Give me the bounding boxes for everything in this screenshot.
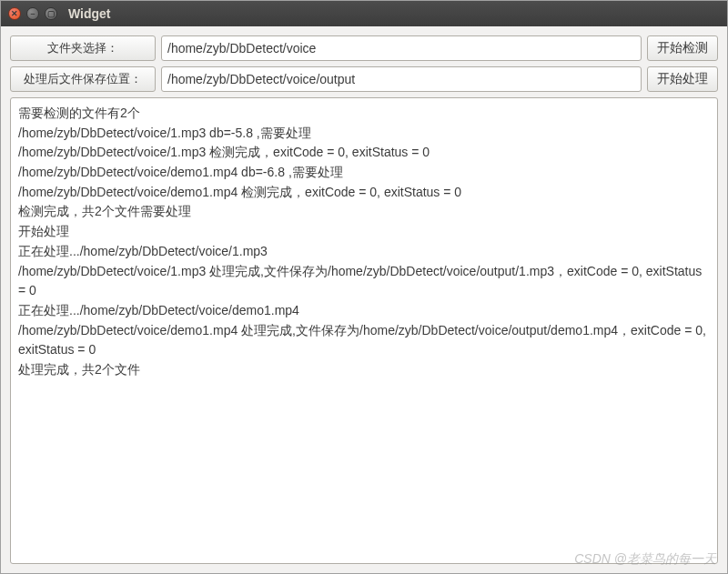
row-select-folder: 文件夹选择： 开始检测 — [10, 35, 718, 61]
select-folder-button[interactable]: 文件夹选择： — [10, 35, 156, 61]
folder-path-input[interactable] — [161, 35, 642, 61]
maximize-icon[interactable]: ▢ — [45, 7, 57, 20]
output-path-input[interactable] — [161, 66, 642, 92]
window-controls: ✕ – ▢ — [8, 7, 57, 20]
titlebar: ✕ – ▢ Widget — [1, 1, 727, 26]
row-output-folder: 处理后文件保存位置： 开始处理 — [10, 66, 718, 92]
start-detect-button[interactable]: 开始检测 — [647, 35, 718, 61]
main-window: ✕ – ▢ Widget 文件夹选择： 开始检测 处理后文件保存位置： 开始处理… — [0, 0, 728, 574]
log-output[interactable]: 需要检测的文件有2个 /home/zyb/DbDetect/voice/1.mp… — [10, 97, 718, 564]
content-area: 文件夹选择： 开始检测 处理后文件保存位置： 开始处理 需要检测的文件有2个 /… — [1, 26, 727, 573]
start-process-button[interactable]: 开始处理 — [647, 66, 718, 92]
output-folder-button[interactable]: 处理后文件保存位置： — [10, 66, 156, 92]
minimize-icon[interactable]: – — [26, 7, 39, 20]
window-title: Widget — [68, 6, 111, 21]
close-icon[interactable]: ✕ — [8, 7, 21, 20]
